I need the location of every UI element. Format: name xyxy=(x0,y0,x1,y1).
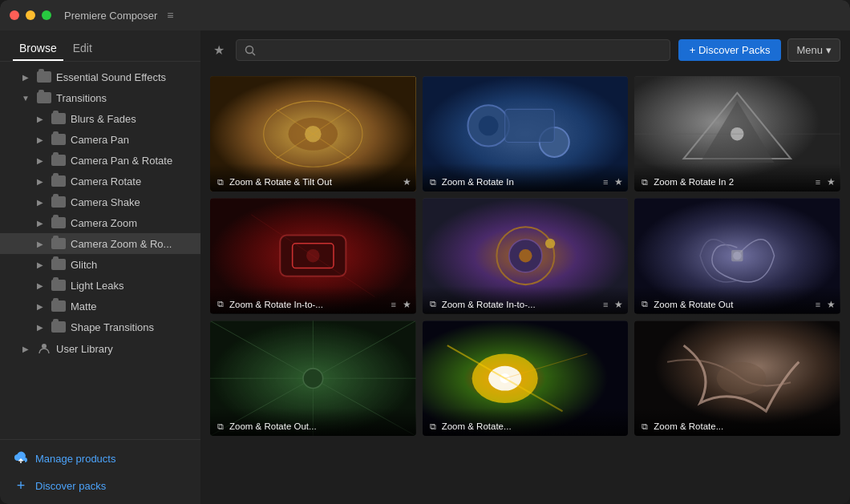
sidebar-item-user-library[interactable]: ▶ User Library xyxy=(0,337,200,360)
chevron-right-icon: ▶ xyxy=(19,342,32,355)
sidebar: Browse Edit ▶ Essential Sound Effects ▼ … xyxy=(0,30,200,504)
folder-icon xyxy=(51,196,66,208)
grid-item-7[interactable]: ⧉ Zoom & Rotate Out... xyxy=(210,321,416,436)
plus-icon: + xyxy=(13,478,29,494)
grid-item-label-2: ⧉ Zoom & Rotate In ≡ ★ xyxy=(423,163,629,192)
menu-button[interactable]: Menu ▾ xyxy=(787,38,840,62)
svg-line-3 xyxy=(253,52,256,55)
menu-icon-5[interactable]: ≡ xyxy=(600,299,611,310)
star-icon-1[interactable]: ★ xyxy=(403,176,411,187)
item-label-text-2: Zoom & Rotate In xyxy=(442,177,597,187)
sidebar-bottom: Manage products + Discover packs xyxy=(0,439,200,504)
chevron-down-icon: ▾ xyxy=(826,44,832,56)
grid-item-label-8: ⧉ Zoom & Rotate... xyxy=(423,408,629,436)
svg-rect-32 xyxy=(731,250,743,261)
minimize-button[interactable] xyxy=(26,10,35,20)
folder-icon xyxy=(51,238,66,249)
chevron-right-icon: ▶ xyxy=(34,321,47,333)
sidebar-item-blurs-fades[interactable]: ▶ Blurs & Fades xyxy=(0,108,200,129)
tab-edit[interactable]: Edit xyxy=(67,37,99,61)
person-icon xyxy=(37,341,51,356)
manage-products-item[interactable]: Manage products xyxy=(0,445,200,472)
clip-icon-3: ⧉ xyxy=(639,176,650,187)
grid-item-8[interactable]: ⧉ Zoom & Rotate... xyxy=(423,321,629,436)
search-input[interactable] xyxy=(261,44,662,56)
discover-packs-button[interactable]: + Discover Packs xyxy=(678,39,782,61)
grid-item-5[interactable]: ⧉ Zoom & Rotate In-to-... ≡ ★ xyxy=(423,198,629,313)
svg-point-42 xyxy=(303,369,323,389)
grid-item-6[interactable]: ⧉ Zoom & Rotate Out ≡ ★ xyxy=(634,198,840,313)
svg-point-12 xyxy=(478,116,498,136)
menu-icon-6[interactable]: ≡ xyxy=(812,299,824,310)
chevron-down-icon: ▼ xyxy=(19,91,32,104)
sidebar-item-camera-pan[interactable]: ▶ Camera Pan xyxy=(0,129,200,150)
grid-item-4[interactable]: ⧉ Zoom & Rotate In-to-... ≡ ★ xyxy=(210,198,416,313)
sidebar-item-transitions[interactable]: ▼ Transitions xyxy=(0,87,200,108)
star-icon-5[interactable]: ★ xyxy=(614,299,623,310)
chevron-right-icon: ▶ xyxy=(34,196,47,208)
sidebar-item-camera-zoom-ro[interactable]: ▶ Camera Zoom & Ro... xyxy=(0,233,200,254)
star-icon-4[interactable]: ★ xyxy=(403,299,411,310)
sidebar-item-camera-shake[interactable]: ▶ Camera Shake xyxy=(0,192,200,212)
sidebar-item-label: Matte xyxy=(71,300,97,312)
clip-icon-4: ⧉ xyxy=(215,299,226,310)
sidebar-item-light-leaks[interactable]: ▶ Light Leaks xyxy=(0,275,200,296)
main-window: Premiere Composer ≡ Browse Edit ▶ Essent… xyxy=(0,0,850,504)
manage-products-label: Manage products xyxy=(35,453,115,465)
grid-item-3[interactable]: ⧉ Zoom & Rotate In 2 ≡ ★ xyxy=(634,76,840,192)
grid-item-2[interactable]: ⧉ Zoom & Rotate In ≡ ★ xyxy=(423,76,629,192)
item-label-text-9: Zoom & Rotate... xyxy=(654,421,836,431)
folder-icon xyxy=(37,92,51,103)
grid-item-label-1: ⧉ Zoom & Rotate & Tilt Out ★ xyxy=(210,163,416,192)
close-button[interactable] xyxy=(10,10,19,20)
sidebar-item-glitch[interactable]: ▶ Glitch xyxy=(0,254,200,275)
header-right: + Discover Packs Menu ▾ xyxy=(678,38,840,62)
sidebar-item-camera-rotate[interactable]: ▶ Camera Rotate xyxy=(0,171,200,192)
grid-item-label-5: ⧉ Zoom & Rotate In-to-... ≡ ★ xyxy=(423,286,629,314)
tab-browse[interactable]: Browse xyxy=(13,37,63,61)
grid-item-9[interactable]: ⧉ Zoom & Rotate... xyxy=(634,321,840,436)
hamburger-icon[interactable]: ≡ xyxy=(167,9,173,22)
clip-icon-1: ⧉ xyxy=(215,176,226,187)
cloud-icon xyxy=(13,450,29,466)
sidebar-item-label: Blurs & Fades xyxy=(71,113,136,125)
grid-item-label-9: ⧉ Zoom & Rotate... xyxy=(634,408,840,436)
sidebar-item-matte[interactable]: ▶ Matte xyxy=(0,296,200,317)
sidebar-item-camera-zoom[interactable]: ▶ Camera Zoom xyxy=(0,212,200,233)
search-bar[interactable] xyxy=(236,39,670,61)
media-grid: ⧉ Zoom & Rotate & Tilt Out ★ xyxy=(210,76,840,436)
grid-item-1[interactable]: ⧉ Zoom & Rotate & Tilt Out ★ xyxy=(210,76,416,192)
folder-icon xyxy=(51,321,66,333)
star-filter-button[interactable]: ★ xyxy=(210,42,228,58)
menu-label: Menu xyxy=(796,44,823,56)
star-icon-6[interactable]: ★ xyxy=(827,299,836,310)
svg-point-51 xyxy=(717,361,767,394)
folder-icon xyxy=(51,175,66,187)
item-label-text-6: Zoom & Rotate Out xyxy=(654,300,809,309)
menu-icon-4[interactable]: ≡ xyxy=(388,299,399,310)
svg-point-0 xyxy=(42,344,47,349)
star-icon-2[interactable]: ★ xyxy=(614,176,623,187)
clip-icon-6: ⧉ xyxy=(639,299,650,310)
menu-icon-2[interactable]: ≡ xyxy=(600,176,611,187)
chevron-right-icon: ▶ xyxy=(34,300,47,312)
menu-icon-3[interactable]: ≡ xyxy=(812,176,824,187)
item-label-text-3: Zoom & Rotate In 2 xyxy=(654,177,809,187)
sidebar-item-label: Camera Pan & Rotate xyxy=(71,155,172,167)
item-label-text-1: Zoom & Rotate & Tilt Out xyxy=(229,177,399,187)
discover-packs-item[interactable]: + Discover packs xyxy=(0,472,200,499)
maximize-button[interactable] xyxy=(42,10,51,20)
search-icon xyxy=(245,45,256,56)
sidebar-item-essential-sound-effects[interactable]: ▶ Essential Sound Effects xyxy=(0,67,200,87)
chevron-right-icon: ▶ xyxy=(34,216,47,229)
sidebar-item-label: Camera Rotate xyxy=(71,175,141,187)
sidebar-item-label: Essential Sound Effects xyxy=(56,71,166,83)
sidebar-item-shape-transitions[interactable]: ▶ Shape Transitions xyxy=(0,317,200,337)
item-label-text-4: Zoom & Rotate In-to-... xyxy=(229,300,385,309)
grid-item-label-7: ⧉ Zoom & Rotate Out... xyxy=(210,408,416,436)
folder-icon xyxy=(51,134,66,145)
folder-icon xyxy=(51,300,66,312)
main-content: Browse Edit ▶ Essential Sound Effects ▼ … xyxy=(0,30,850,504)
star-icon-3[interactable]: ★ xyxy=(827,176,836,187)
sidebar-item-camera-pan-rotate[interactable]: ▶ Camera Pan & Rotate xyxy=(0,150,200,171)
